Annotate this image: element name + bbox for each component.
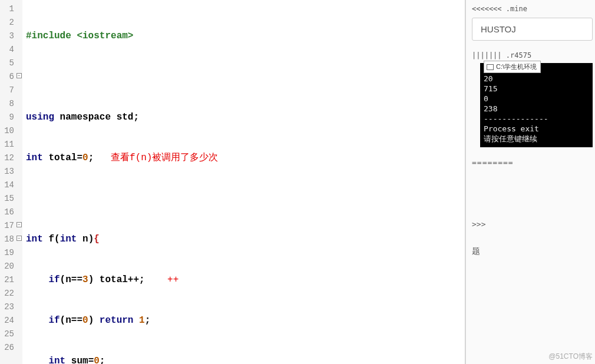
line-number: 16 bbox=[0, 206, 22, 219]
annotation: 查看f(n)被调用了多少次 bbox=[111, 153, 218, 163]
line-number: 7 bbox=[0, 84, 22, 97]
line-number: 8 bbox=[0, 97, 22, 111]
code-text-area[interactable]: #include <iostream> using namespace std;… bbox=[22, 0, 465, 364]
line-number: 20 bbox=[0, 260, 22, 273]
bottom-label: 题 bbox=[472, 246, 593, 257]
console-title-tab[interactable]: C:\学生机环境 bbox=[484, 61, 541, 73]
code-line: int sum=0; bbox=[26, 355, 465, 364]
side-panel: <<<<<<< .mine HUSTOJ ||||||| .r4575 C:\学… bbox=[465, 0, 595, 364]
line-number: 3 bbox=[0, 29, 22, 43]
code-line bbox=[26, 192, 465, 206]
line-number: 14 bbox=[0, 178, 22, 192]
line-number: 4 bbox=[0, 43, 22, 57]
line-number: 2 bbox=[0, 16, 22, 29]
line-number: 11 bbox=[0, 138, 22, 151]
line-number: 1 bbox=[0, 2, 22, 16]
line-number: 18− bbox=[0, 233, 22, 246]
line-number: 19 bbox=[0, 246, 22, 260]
separator-equals: ======== bbox=[472, 158, 593, 167]
console-window: C:\学生机环境 20 715 0 238 -------------- Pro… bbox=[472, 63, 593, 147]
line-number: 24 bbox=[0, 314, 22, 327]
line-number: 21 bbox=[0, 273, 22, 287]
line-number: 12 bbox=[0, 151, 22, 165]
line-number-gutter: 1 2 3 4 5 6− 7 8 9 10 11 12 13 14 15 16 … bbox=[0, 0, 22, 364]
code-line: int total=0; 查看f(n)被调用了多少次 bbox=[26, 151, 465, 165]
line-number: 9 bbox=[0, 111, 22, 124]
line-number: 6− bbox=[0, 70, 22, 84]
console-output[interactable]: 20 715 0 238 -------------- Process exit… bbox=[480, 63, 593, 147]
console-icon bbox=[487, 64, 494, 70]
code-line: if(n==0) return 1; bbox=[26, 314, 465, 327]
line-number: 5 bbox=[0, 57, 22, 70]
line-number: 26 bbox=[0, 341, 22, 355]
title-card[interactable]: HUSTOJ bbox=[472, 18, 593, 41]
line-number: 13 bbox=[0, 165, 22, 178]
watermark: @51CTO博客 bbox=[548, 352, 593, 362]
fold-icon[interactable]: − bbox=[16, 236, 22, 241]
line-number: 10 bbox=[0, 124, 22, 138]
code-line bbox=[26, 70, 465, 84]
fold-icon[interactable]: − bbox=[16, 73, 22, 78]
code-line: #include <iostream> bbox=[26, 29, 465, 43]
fold-icon[interactable]: − bbox=[16, 222, 22, 227]
line-number: 23 bbox=[0, 300, 22, 314]
annotation: ++ bbox=[167, 274, 178, 285]
line-number: 25 bbox=[0, 327, 22, 341]
diff-marker-rev: ||||||| .r4575 bbox=[472, 51, 593, 59]
separator-gt: >>> bbox=[472, 220, 593, 229]
code-line: if(n==3) total++; ++ bbox=[26, 273, 465, 287]
diff-marker-mine: <<<<<<< .mine bbox=[472, 5, 593, 13]
code-editor-pane: 1 2 3 4 5 6− 7 8 9 10 11 12 13 14 15 16 … bbox=[0, 0, 465, 364]
line-number: 15 bbox=[0, 192, 22, 206]
line-number: 22 bbox=[0, 287, 22, 300]
code-line: using namespace std; bbox=[26, 111, 465, 124]
line-number: 17− bbox=[0, 219, 22, 233]
code-line: int f(int n){ bbox=[26, 233, 465, 246]
